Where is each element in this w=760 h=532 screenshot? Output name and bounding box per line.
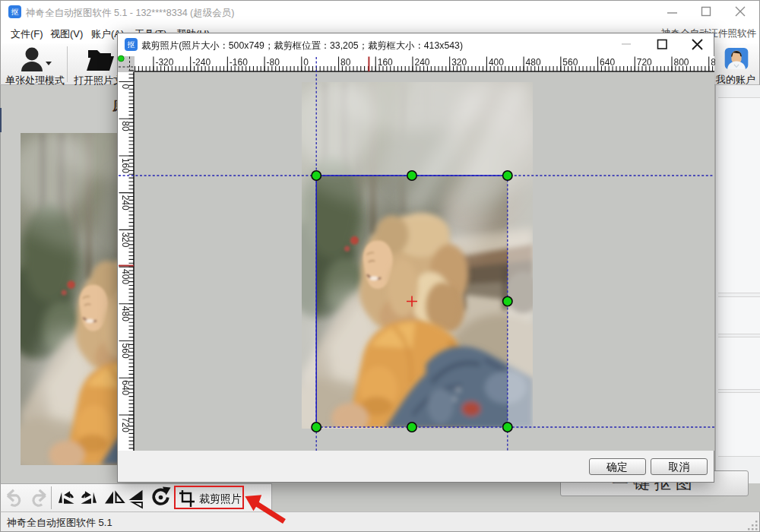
svg-text:720: 720 xyxy=(120,417,131,432)
svg-text:640: 640 xyxy=(600,57,615,68)
svg-text:160: 160 xyxy=(378,57,393,68)
svg-text:480: 480 xyxy=(526,57,541,68)
svg-text:80: 80 xyxy=(340,57,351,68)
svg-text:160: 160 xyxy=(120,158,131,173)
svg-text:400: 400 xyxy=(120,269,131,284)
svg-text:480: 480 xyxy=(120,306,131,321)
svg-text:-80: -80 xyxy=(267,57,280,68)
svg-text:-240: -240 xyxy=(192,57,211,68)
svg-text:720: 720 xyxy=(637,57,652,68)
svg-text:640: 640 xyxy=(120,380,131,395)
svg-text:0: 0 xyxy=(120,84,131,90)
svg-text:800: 800 xyxy=(674,57,689,68)
svg-text:240: 240 xyxy=(414,57,429,68)
svg-text:-160: -160 xyxy=(230,57,248,68)
svg-text:560: 560 xyxy=(562,57,578,68)
svg-text:400: 400 xyxy=(489,57,504,68)
svg-text:880: 880 xyxy=(711,57,715,68)
svg-text:0: 0 xyxy=(303,57,309,68)
svg-text:-320: -320 xyxy=(155,57,173,68)
svg-text:320: 320 xyxy=(451,57,467,68)
svg-text:560: 560 xyxy=(120,344,131,359)
svg-text:320: 320 xyxy=(120,232,131,247)
svg-text:240: 240 xyxy=(120,195,131,211)
svg-text:80: 80 xyxy=(120,121,131,131)
